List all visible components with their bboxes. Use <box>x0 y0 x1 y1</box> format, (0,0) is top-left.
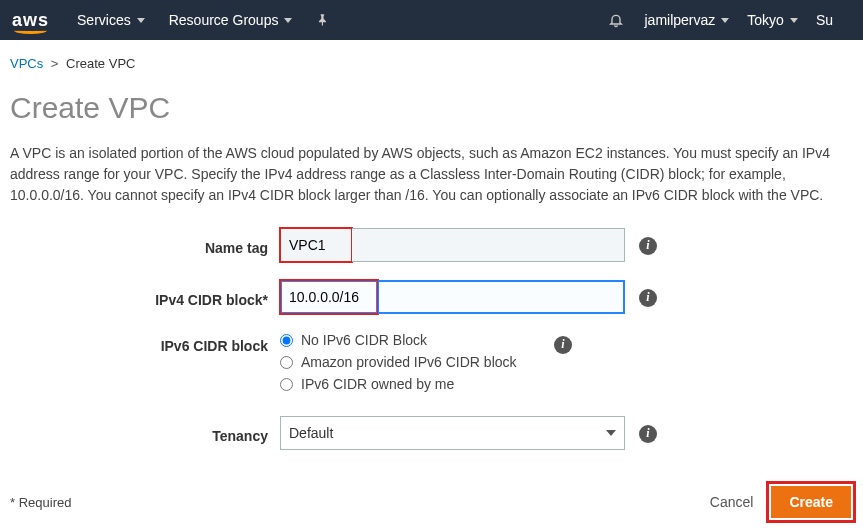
form-row-tenancy: Tenancy Default i <box>10 416 853 450</box>
ipv6-radio-amazon-input[interactable] <box>280 356 293 369</box>
tenancy-info[interactable]: i <box>639 423 657 443</box>
info-icon: i <box>554 336 572 354</box>
ipv4-cidr-info[interactable]: i <box>639 287 657 307</box>
ipv6-radio-owned[interactable]: IPv6 CIDR owned by me <box>280 376 540 392</box>
caret-down-icon <box>284 18 292 23</box>
ipv6-cidr-info[interactable]: i <box>554 332 572 354</box>
form-row-ipv4-cidr: IPv4 CIDR block* i <box>10 280 853 314</box>
nav-user-label: jamilpervaz <box>644 12 715 28</box>
tenancy-value: Default <box>289 425 333 441</box>
ipv6-radio-owned-label: IPv6 CIDR owned by me <box>301 376 454 392</box>
nav-user[interactable]: jamilpervaz <box>644 12 729 28</box>
page-description: A VPC is an isolated portion of the AWS … <box>10 143 853 206</box>
ipv6-radio-amazon[interactable]: Amazon provided IPv6 CIDR block <box>280 354 540 370</box>
caret-down-icon <box>721 18 729 23</box>
breadcrumb-current: Create VPC <box>66 56 135 71</box>
info-icon: i <box>639 425 657 443</box>
nav-services-label: Services <box>77 12 131 28</box>
ipv4-cidr-input-rest[interactable] <box>378 280 625 314</box>
name-tag-input-rest[interactable] <box>352 228 625 262</box>
ipv6-cidr-label: IPv6 CIDR block <box>10 332 280 354</box>
nav-resource-groups[interactable]: Resource Groups <box>169 12 293 28</box>
ipv6-radio-owned-input[interactable] <box>280 378 293 391</box>
page-content: VPCs > Create VPC Create VPC A VPC is an… <box>0 40 863 478</box>
top-navbar: aws Services Resource Groups jamilpervaz… <box>0 0 863 40</box>
caret-down-icon <box>137 18 145 23</box>
breadcrumb-sep: > <box>51 56 59 71</box>
caret-down-icon <box>790 18 798 23</box>
ipv6-radio-amazon-label: Amazon provided IPv6 CIDR block <box>301 354 517 370</box>
name-tag-input[interactable] <box>280 228 352 262</box>
nav-support[interactable]: Su <box>816 12 833 28</box>
nav-support-label: Su <box>816 12 833 28</box>
ipv6-radio-none[interactable]: No IPv6 CIDR Block <box>280 332 540 348</box>
cancel-button[interactable]: Cancel <box>694 486 770 518</box>
name-tag-label: Name tag <box>10 234 280 256</box>
info-icon: i <box>639 289 657 307</box>
pin-icon[interactable] <box>316 13 330 27</box>
ipv4-cidr-input[interactable] <box>280 280 378 314</box>
form-footer: * Required Cancel Create <box>10 484 853 520</box>
required-note: * Required <box>10 495 71 510</box>
create-button-highlight: Create <box>769 484 853 520</box>
ipv6-radio-none-label: No IPv6 CIDR Block <box>301 332 427 348</box>
bell-icon[interactable] <box>608 12 624 28</box>
caret-down-icon <box>606 430 616 436</box>
nav-resource-groups-label: Resource Groups <box>169 12 279 28</box>
page-title: Create VPC <box>10 91 853 125</box>
form-row-ipv6-cidr: IPv6 CIDR block No IPv6 CIDR Block Amazo… <box>10 332 853 398</box>
ipv6-radio-none-input[interactable] <box>280 334 293 347</box>
create-button[interactable]: Create <box>771 486 851 518</box>
form-row-name-tag: Name tag i <box>10 228 853 262</box>
aws-logo[interactable]: aws <box>12 10 49 31</box>
tenancy-select[interactable]: Default <box>280 416 625 450</box>
nav-region-label: Tokyo <box>747 12 784 28</box>
create-vpc-form: Name tag i IPv4 CIDR block* i IPv6 CIDR … <box>10 228 853 450</box>
breadcrumb-vpcs-link[interactable]: VPCs <box>10 56 43 71</box>
nav-services[interactable]: Services <box>77 12 145 28</box>
name-tag-info[interactable]: i <box>639 235 657 255</box>
tenancy-label: Tenancy <box>10 422 280 444</box>
info-icon: i <box>639 237 657 255</box>
ipv4-cidr-label: IPv4 CIDR block* <box>10 286 280 308</box>
nav-region[interactable]: Tokyo <box>747 12 798 28</box>
breadcrumb: VPCs > Create VPC <box>10 56 853 71</box>
